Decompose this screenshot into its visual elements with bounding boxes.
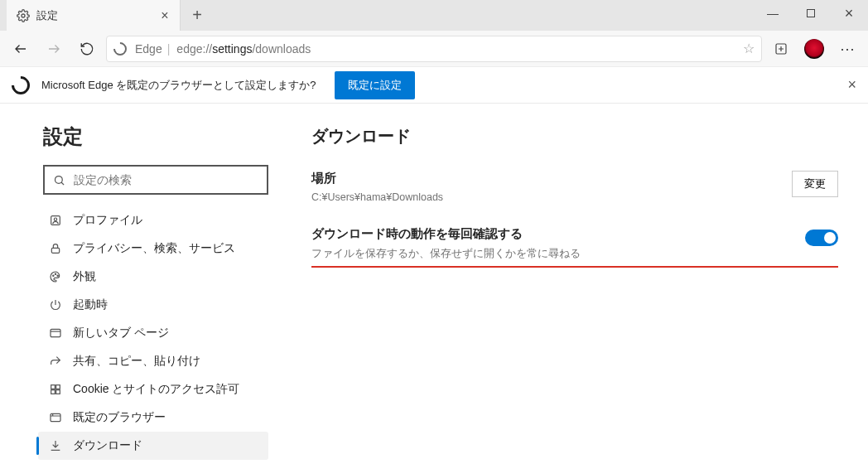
tabs: 設定 × + (0, 0, 214, 31)
sidebar-item-downloads[interactable]: ダウンロード (38, 432, 268, 460)
svg-rect-10 (51, 385, 55, 389)
page-title: ダウンロード (311, 125, 838, 147)
ask-each-time-row: ダウンロード時の動作を毎回確認する ファイルを保存するか、保存せずに開くかを常に… (311, 226, 838, 261)
location-path: C:¥Users¥hama¥Downloads (311, 191, 443, 203)
content: 設定 プロファイル プライバシー、検索、サービス 外観 起動時 (0, 104, 868, 464)
share-icon (46, 355, 65, 368)
refresh-button[interactable] (73, 35, 101, 63)
sidebar-list: プロファイル プライバシー、検索、サービス 外観 起動時 新しいタブ ページ 共… (38, 206, 268, 464)
sidebar-item-label: プロファイル (73, 213, 142, 228)
navbar: Edge | edge://settings/downloads ☆ ⋯ (0, 31, 868, 67)
window-controls: — × (754, 0, 868, 27)
svg-rect-11 (56, 385, 60, 389)
ask-desc: ファイルを保存するか、保存せずに開くかを常に尋ねる (311, 247, 581, 261)
sidebar-item-label: 起動時 (73, 297, 108, 312)
address-bar[interactable]: Edge | edge://settings/downloads ☆ (106, 36, 762, 62)
prompt-close-button[interactable]: × (847, 76, 856, 94)
gear-icon (17, 9, 30, 22)
address-url: edge://settings/downloads (176, 42, 311, 56)
sidebar-item-label: プライバシー、検索、サービス (73, 241, 235, 256)
minimize-button[interactable]: — (754, 0, 792, 27)
prompt-text: Microsoft Edge を既定のブラウザーとして設定しますか? (41, 78, 316, 93)
sidebar-item-label: Cookie とサイトのアクセス許可 (73, 382, 239, 397)
svg-rect-5 (51, 248, 59, 253)
profile-icon (46, 214, 65, 227)
svg-point-8 (57, 275, 58, 276)
browser-tab[interactable]: 設定 × (7, 0, 181, 31)
default-browser-prompt: Microsoft Edge を既定のブラウザーとして設定しますか? 既定に設定… (0, 67, 868, 104)
back-button[interactable] (7, 35, 35, 63)
sidebar-item-default-browser[interactable]: 既定のブラウザー (38, 404, 268, 432)
svg-rect-13 (56, 390, 60, 394)
power-icon (46, 298, 65, 312)
svg-rect-12 (51, 390, 55, 394)
sidebar-item-profile[interactable]: プロファイル (38, 206, 268, 234)
browser-icon (46, 411, 65, 424)
sidebar-title: 設定 (43, 123, 268, 150)
ask-label: ダウンロード時の動作を毎回確認する (311, 226, 581, 242)
star-icon[interactable]: ☆ (743, 41, 755, 56)
sidebar-item-label: 外観 (73, 269, 96, 284)
svg-point-7 (55, 273, 55, 274)
location-label: 場所 (311, 171, 443, 186)
svg-rect-14 (51, 413, 60, 421)
sidebar-item-label: 既定のブラウザー (73, 410, 166, 425)
tab-title: 設定 (36, 8, 58, 23)
sidebar-item-cookies[interactable]: Cookie とサイトのアクセス許可 (38, 375, 268, 404)
change-location-button[interactable]: 変更 (792, 171, 838, 197)
search-input[interactable] (74, 173, 258, 186)
collections-button[interactable] (767, 35, 795, 63)
download-icon (46, 439, 65, 452)
annotation-underline (311, 266, 838, 268)
sidebar-item-label: 共有、コピー、貼り付け (73, 354, 200, 369)
palette-icon (46, 270, 65, 283)
edge-logo-icon (7, 72, 33, 98)
address-separator: | (167, 42, 171, 56)
titlebar: 設定 × + — × (0, 0, 868, 31)
svg-point-6 (53, 275, 54, 276)
close-window-button[interactable]: × (830, 0, 868, 27)
new-tab-button[interactable]: + (181, 0, 214, 31)
profile-avatar[interactable] (800, 35, 828, 63)
sidebar-item-newtab[interactable]: 新しいタブ ページ (38, 319, 268, 347)
cookie-icon (46, 383, 65, 396)
sidebar-item-appearance[interactable]: 外観 (38, 263, 268, 291)
sidebar-item-startup[interactable]: 起動時 (38, 291, 268, 319)
sidebar-item-label: ダウンロード (73, 438, 142, 453)
sidebar-item-label: 新しいタブ ページ (73, 326, 169, 341)
forward-button[interactable] (40, 35, 68, 63)
svg-rect-9 (51, 329, 60, 336)
menu-button[interactable]: ⋯ (833, 35, 861, 63)
svg-point-0 (22, 14, 25, 17)
settings-search[interactable] (43, 165, 268, 195)
settings-sidebar: 設定 プロファイル プライバシー、検索、サービス 外観 起動時 (0, 104, 282, 464)
edge-icon (111, 39, 130, 58)
ask-toggle[interactable] (805, 230, 838, 246)
sidebar-item-family[interactable]: ファミリー セーフティ (38, 460, 268, 464)
maximize-button[interactable] (792, 0, 830, 27)
close-icon[interactable]: × (158, 9, 171, 22)
lock-icon (46, 242, 65, 255)
svg-point-4 (54, 218, 56, 220)
address-edge-label: Edge (135, 42, 162, 56)
sidebar-item-share[interactable]: 共有、コピー、貼り付け (38, 347, 268, 375)
set-default-button[interactable]: 既定に設定 (335, 71, 415, 99)
search-icon (53, 174, 65, 186)
settings-main: ダウンロード 場所 C:¥Users¥hama¥Downloads 変更 ダウン… (282, 104, 868, 464)
svg-point-2 (55, 176, 63, 183)
sidebar-item-privacy[interactable]: プライバシー、検索、サービス (38, 234, 268, 263)
newtab-icon (46, 326, 65, 340)
location-row: 場所 C:¥Users¥hama¥Downloads 変更 (311, 171, 838, 203)
